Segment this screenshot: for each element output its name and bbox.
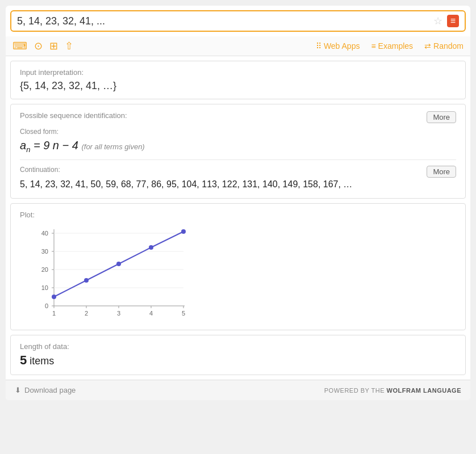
examples-label: Examples [378,41,413,51]
continuation-more-button[interactable]: More [427,166,456,178]
length-label: Length of data: [20,342,456,351]
svg-text:20: 20 [41,266,48,273]
brand-name: WOLFRAM LANGUAGE [387,387,461,394]
continuation-header: Continuation: More [20,166,456,178]
svg-text:4: 4 [149,310,153,317]
download-icon: ⬇ [15,386,21,394]
main-container: ☆ ≡ ⌨ ⊙ ⊞ ⇧ ⠿ Web Apps ≡ Examples ⇄ Rand… [6,6,470,400]
examples-icon: ≡ [371,41,375,51]
svg-text:10: 10 [41,284,48,291]
powered-by: POWERED BY THE WOLFRAM LANGUAGE [324,387,461,394]
result-area: Input interpretation: {5, 14, 23, 32, 41… [6,61,470,375]
grid-icon[interactable]: ⊞ [49,40,58,52]
camera-icon[interactable]: ⊙ [34,40,43,52]
web-apps-link[interactable]: ⠿ Web Apps [316,41,360,51]
download-link[interactable]: ⬇ Download page [15,386,76,394]
random-icon: ⇄ [424,41,431,51]
plot-container: 0 10 20 30 40 1 [31,224,190,323]
plot-svg: 0 10 20 30 40 1 [31,224,190,323]
random-link[interactable]: ⇄ Random [424,41,464,51]
svg-text:40: 40 [41,230,48,237]
download-label: Download page [24,386,76,394]
search-bar: ☆ ≡ [10,10,466,32]
svg-text:30: 30 [41,248,48,255]
length-num: 5 [20,353,27,367]
continuation-label: Continuation: [20,166,60,174]
web-apps-icon: ⠿ [316,41,321,51]
toolbar-right: ⠿ Web Apps ≡ Examples ⇄ Random [316,41,464,51]
keyboard-icon[interactable]: ⌨ [12,40,27,52]
upload-icon[interactable]: ⇧ [65,40,73,52]
svg-point-26 [52,295,56,299]
svg-point-27 [84,278,89,283]
svg-point-29 [149,245,153,250]
search-icons: ☆ ≡ [433,15,459,27]
svg-text:3: 3 [117,310,120,317]
toolbar-left: ⌨ ⊙ ⊞ ⇧ [12,40,73,52]
plot-label: Plot: [20,211,456,219]
formula-note: (for all terms given) [81,142,144,151]
formula-display: an = 9 n − 4 (for all terms given) [20,139,456,154]
random-label: Random [433,41,464,51]
svg-text:5: 5 [182,310,185,317]
length-value: 5 items [20,353,456,368]
closed-form-label: Closed form: [20,128,456,136]
sequence-header: Possible sequence identification: More [20,111,456,123]
powered-by-text: POWERED BY THE [324,387,385,394]
input-interpretation-value: {5, 14, 23, 32, 41, …} [20,80,456,92]
footer: ⬇ Download page POWERED BY THE WOLFRAM L… [6,380,470,400]
closed-form-container: Closed form: an = 9 n − 4 (for all terms… [20,128,456,154]
continuation-container: Continuation: More 5, 14, 23, 32, 41, 50… [20,166,456,191]
input-interpretation-section: Input interpretation: {5, 14, 23, 32, 41… [10,61,466,99]
web-apps-label: Web Apps [324,41,360,51]
menu-icon[interactable]: ≡ [447,15,459,27]
input-interpretation-label: Input interpretation: [20,68,456,77]
continuation-value: 5, 14, 23, 32, 41, 50, 59, 68, 77, 86, 9… [20,178,456,191]
favorite-icon[interactable]: ☆ [433,15,442,27]
length-unit: items [30,355,54,367]
length-section: Length of data: 5 items [10,335,466,375]
possible-sequence-label: Possible sequence identification: [20,111,127,120]
svg-point-28 [116,262,121,266]
sequence-more-button[interactable]: More [427,111,456,123]
svg-text:0: 0 [45,302,48,309]
search-input[interactable] [17,15,433,27]
svg-point-30 [181,229,186,234]
section-divider [20,159,456,160]
svg-text:1: 1 [52,310,56,317]
svg-text:2: 2 [85,310,88,317]
toolbar: ⌨ ⊙ ⊞ ⇧ ⠿ Web Apps ≡ Examples ⇄ Random [6,36,470,56]
plot-section: Plot: 0 10 20 [10,203,466,330]
examples-link[interactable]: ≡ Examples [371,41,413,51]
sequence-section: Possible sequence identification: More C… [10,104,466,199]
